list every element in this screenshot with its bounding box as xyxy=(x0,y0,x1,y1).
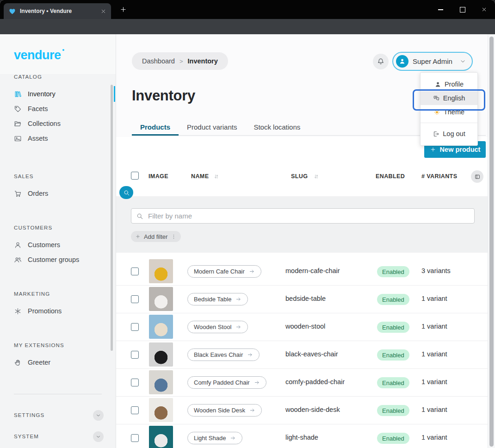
enabled-badge: Enabled xyxy=(377,266,409,277)
menu-item-log-out[interactable]: Log out xyxy=(421,127,477,141)
sidebar-scrollbar-thumb[interactable] xyxy=(111,85,113,351)
page-title: Inventory xyxy=(132,87,195,105)
product-name-link[interactable]: Wooden Side Desk xyxy=(187,404,262,417)
sidebar-section-settings[interactable]: SETTINGS xyxy=(0,407,116,423)
sidebar-item-promotions[interactable]: Promotions xyxy=(0,304,116,318)
product-image[interactable] xyxy=(149,315,173,339)
product-slug: comfy-padded-chair xyxy=(285,378,345,386)
sidebar-item-greeter[interactable]: Greeter xyxy=(0,355,116,370)
menu-item-theme[interactable]: Theme xyxy=(421,105,477,119)
sidebar-item-collections[interactable]: Collections xyxy=(0,116,116,131)
vendure-admin-app: vendure CATALOGInventoryFacetsCollection… xyxy=(0,34,495,448)
row-checkbox[interactable] xyxy=(131,379,139,386)
kebab-icon[interactable] xyxy=(171,234,177,240)
arrow-right-icon xyxy=(249,268,255,274)
search-toggle-button[interactable] xyxy=(119,186,133,199)
browser-titlebar: Inventory • Vendure xyxy=(0,0,495,19)
product-image[interactable] xyxy=(149,259,173,283)
enabled-badge: Enabled xyxy=(377,405,409,416)
user-menu-button[interactable]: Super Admin xyxy=(392,52,473,71)
sidebar-section-label: MY EXTENSIONS xyxy=(14,342,116,348)
translate-icon xyxy=(433,95,440,102)
arrow-right-icon xyxy=(235,324,241,330)
product-image[interactable] xyxy=(149,398,173,422)
sidebar-item-customer-groups[interactable]: Customer groups xyxy=(0,252,116,267)
page-scrollbar[interactable] xyxy=(488,34,495,448)
product-name-link[interactable]: Bedside Table xyxy=(187,293,248,305)
product-image[interactable] xyxy=(149,426,173,448)
sidebar-item-inventory[interactable]: Inventory xyxy=(0,87,116,101)
sidebar-section-system[interactable]: SYSTEM xyxy=(0,429,116,444)
variant-count: 1 variant xyxy=(421,295,447,302)
select-all-checkbox[interactable] xyxy=(131,172,139,180)
row-checkbox[interactable] xyxy=(131,406,139,414)
user-icon xyxy=(14,241,22,249)
tab-close-icon[interactable] xyxy=(100,8,106,14)
table-row[interactable]: Modern Cafe Chair modern-cafe-chair Enab… xyxy=(116,258,488,286)
tab-product-variants[interactable]: Product variants xyxy=(179,120,245,135)
tab-stock-locations[interactable]: Stock locations xyxy=(245,120,309,135)
row-checkbox[interactable] xyxy=(131,295,139,303)
browser-tab[interactable]: Inventory • Vendure xyxy=(4,3,111,19)
menu-item-label: Log out xyxy=(443,130,465,137)
menu-item-profile[interactable]: Profile xyxy=(421,77,477,91)
add-filter-button[interactable]: Add filter xyxy=(131,231,181,242)
row-checkbox[interactable] xyxy=(131,434,139,442)
user-avatar xyxy=(396,55,408,68)
enabled-badge: Enabled xyxy=(377,433,409,444)
sidebar-item-orders[interactable]: Orders xyxy=(0,186,116,201)
expand-section-button[interactable] xyxy=(93,410,104,421)
table-row[interactable]: Wooden Side Desk wooden-side-desk Enable… xyxy=(116,397,488,424)
sort-slug-icon[interactable] xyxy=(313,174,319,180)
tab-products[interactable]: Products xyxy=(132,120,179,135)
sort-name-icon[interactable] xyxy=(213,174,219,180)
arrow-right-icon xyxy=(249,407,255,413)
column-header-slug[interactable]: SLUG xyxy=(291,173,308,180)
table-row[interactable]: Black Eaves Chair black-eaves-chair Enab… xyxy=(116,341,488,369)
breadcrumb-dashboard-link[interactable]: Dashboard xyxy=(142,57,175,65)
sidebar-item-assets[interactable]: Assets xyxy=(0,131,116,146)
new-tab-button[interactable] xyxy=(119,6,127,13)
sidebar-item-label: Customers xyxy=(28,241,60,249)
enabled-badge: Enabled xyxy=(377,377,409,388)
window-controls xyxy=(430,0,495,19)
table-row[interactable]: Light Shade light-shade Enabled 1 varian… xyxy=(116,424,488,448)
page-scrollbar-thumb[interactable] xyxy=(489,37,494,447)
column-settings-button[interactable] xyxy=(471,170,483,183)
vendure-logo[interactable]: vendure xyxy=(14,48,64,62)
product-image[interactable] xyxy=(149,342,173,367)
product-name-link[interactable]: Modern Cafe Chair xyxy=(187,265,261,278)
sidebar-section-label: CUSTOMERS xyxy=(14,225,116,230)
menu-item-english[interactable]: English xyxy=(421,91,477,105)
product-name-link[interactable]: Comfy Padded Chair xyxy=(187,376,266,389)
column-header-name[interactable]: NAME xyxy=(191,173,209,180)
sidebar-section-label: MARKETING xyxy=(14,291,116,297)
row-checkbox[interactable] xyxy=(131,268,139,275)
tab-title: Inventory • Vendure xyxy=(20,8,97,14)
product-image[interactable] xyxy=(149,370,173,394)
notifications-button[interactable] xyxy=(373,54,389,69)
window-maximize-button[interactable] xyxy=(452,0,473,19)
product-image[interactable] xyxy=(149,287,173,311)
browser-window: Inventory • Vendure localhost:3000/admin… xyxy=(0,0,495,448)
row-checkbox[interactable] xyxy=(131,323,139,331)
sidebar-divider xyxy=(14,394,102,394)
window-minimize-button[interactable] xyxy=(430,0,452,19)
table-row[interactable]: Comfy Padded Chair comfy-padded-chair En… xyxy=(116,369,488,397)
sidebar-section-label: SALES xyxy=(14,174,116,179)
product-name-link[interactable]: Black Eaves Chair xyxy=(187,348,260,361)
logout-icon xyxy=(433,131,439,137)
breadcrumb-current[interactable]: Inventory xyxy=(188,57,218,65)
product-name-link[interactable]: Light Shade xyxy=(187,432,242,444)
row-checkbox[interactable] xyxy=(131,351,139,359)
product-name-link[interactable]: Wooden Stool xyxy=(187,321,248,333)
window-close-button[interactable] xyxy=(473,0,495,19)
sidebar-item-facets[interactable]: Facets xyxy=(0,101,116,116)
sidebar: vendure CATALOGInventoryFacetsCollection… xyxy=(0,34,116,448)
table-row[interactable]: Wooden Stool wooden-stool Enabled 1 vari… xyxy=(116,313,488,341)
table-row[interactable]: Bedside Table bedside-table Enabled 1 va… xyxy=(116,286,488,313)
sidebar-item-customers[interactable]: Customers xyxy=(0,237,116,252)
filter-input[interactable] xyxy=(147,212,470,220)
expand-section-button[interactable] xyxy=(93,431,104,442)
logo-dot xyxy=(62,49,64,51)
